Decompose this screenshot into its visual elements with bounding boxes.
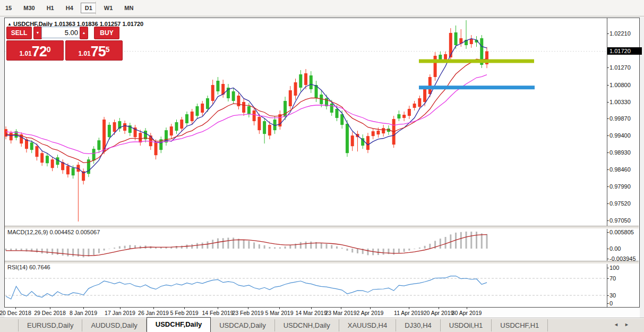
price-scale-tick [607,152,609,153]
date-tick-label: 14 Feb 2019 [202,310,234,316]
date-tick-label: 20 Apr 2019 [424,310,454,316]
buy-price-button[interactable]: 1.01 75 5 [65,40,123,61]
rsi-label: RSI(14) 60.7646 [7,264,50,270]
date-tick-mark [467,307,467,309]
price-scale-tick [607,220,609,221]
chart-tab-usdcad-daily[interactable]: USDCAD,Daily [211,319,274,331]
price-scale-label: 0.98930 [609,149,640,156]
chart-tab-audusd-daily[interactable]: AUDUSD,Daily [82,319,146,331]
price-scale-tick [607,67,609,68]
rsi-scale-label: 30 [609,292,640,299]
support-line [419,86,535,89]
price-scale-label: 0.99400 [609,132,640,139]
price-scale-label: 1.00330 [609,99,640,105]
chart-tab-usdcnh-daily[interactable]: USDCNH,Daily [275,319,339,331]
price-scale-tick [607,118,609,119]
sell-price-button[interactable]: 1.01 72 0 [6,40,64,61]
date-tick-mark [439,307,439,309]
buy-price-big: 75 [91,45,106,59]
chart-tab-usdoil-h1[interactable]: USDOil,H1 [441,319,492,331]
chart-tab-eurusd-daily[interactable]: EURUSD,Daily [18,319,82,331]
sell-price-prefix: 1.01 [19,50,31,57]
chart-tab-dj30-h4[interactable]: DJ30,H4 [396,319,441,331]
date-tick-label: 23 Feb 2019 [233,310,264,316]
volume-increase-icon[interactable]: ▲ [80,27,88,39]
date-tick-label: 2 Apr 2019 [357,310,384,316]
macd-scale-label: -0.003945 [609,256,640,262]
date-tick-mark [341,307,341,309]
chart-tabs: EURUSD,DailyAUDUSD,DailyUSDCHF,DailyUSDC… [0,318,644,332]
date-tick-label: 26 Jan 2019 [138,310,169,316]
macd-name: MACD(12,26,9) [7,229,48,235]
volume-decrease-icon[interactable]: ▼ [33,27,42,39]
tab-scroll-right-icon[interactable]: ► [624,322,629,327]
date-tick-label: 23 Mar 2019 [325,310,357,316]
buy-price-prefix: 1.01 [78,50,90,57]
macd-scale-tick [607,259,609,259]
date-tick-label: 14 Mar 2019 [296,310,327,316]
buy-price-sup: 5 [106,45,110,54]
sell-button[interactable]: SELL [6,27,32,39]
collapse-icon[interactable]: ▲ [7,22,12,27]
chart-tab-bar: EURUSD,DailyAUDUSD,DailyUSDCHF,DailyUSDC… [0,318,644,332]
price-scale-label: 1.00800 [609,82,640,88]
date-tick-label: 29 Dec 2018 [34,310,66,316]
macd-scale-label: 0.00 [609,245,640,252]
date-tick-mark [370,307,371,309]
date-tick-label: 8 Jan 2019 [70,310,97,316]
price-scale-label: 0.98460 [609,166,640,173]
volume-input[interactable] [41,27,81,38]
date-tick-mark [279,307,280,309]
chart-tab-usdchf-daily[interactable]: USDCHF,Daily [147,317,211,332]
rsi-value: 60.7646 [29,264,50,270]
price-scale-label: 0.97520 [609,200,640,207]
rsi-scale-tick [607,295,609,296]
date-tick-mark [15,307,16,309]
chart-tab-xauusd-h4[interactable]: XAUUSD,H4 [339,319,396,331]
rsi-scale-label: 0 [609,300,640,307]
chart-tab-usdchf-h1[interactable]: USDCHF,H1 [492,319,548,331]
date-tick-mark [184,307,185,309]
price-scale-tick [607,33,609,34]
price-scale-label: 0.97050 [609,217,640,224]
macd-scale-label: 0.005805 [609,229,640,235]
rsi-scale-label: 70 [609,275,640,282]
date-tick-label: 5 Mar 2019 [265,310,293,316]
rsi-name: RSI(14) [7,264,28,270]
price-scale-label: 0.97990 [609,183,640,190]
rsi-scale-tick [607,303,609,304]
rsi-pane-splitter[interactable] [5,261,639,264]
rsi-scale-label: 100 [609,265,640,271]
date-tick-mark [153,307,154,309]
date-tick-label: 17 Jan 2019 [105,310,135,316]
date-tick-label: 11 Apr 2019 [394,310,424,316]
macd-scale-tick [607,232,609,233]
date-tick-mark [120,307,121,309]
price-scale-label: 1.01270 [609,64,640,71]
date-tick-label: 5 Feb 2019 [170,310,198,316]
trading-platform-window: 15M30H1H4D1W1MN ▲ USDCHF,Daily 1.01363 1… [0,0,644,332]
current-price-value: 1.01720 [609,48,631,54]
rsi-scale-tick [607,268,609,268]
price-scale-tick [607,102,609,103]
rsi-scale-tick [607,278,609,279]
one-click-trade-panel: SELL ▼ ▲ BUY 1.01 72 0 1.01 75 5 [6,27,124,59]
price-scale-label: 1.02210 [609,30,640,37]
price-scale-tick [607,203,609,204]
buy-button[interactable]: BUY [94,27,119,39]
macd-scale-tick [607,249,609,249]
date-tick-mark [409,307,409,309]
date-tick-mark [50,307,50,309]
price-scale-label: 0.99870 [609,115,640,122]
price-scale-tick [607,135,609,136]
price-scale-tick [607,169,609,170]
sell-price-big: 72 [32,45,47,59]
sell-price-sup: 0 [47,45,51,54]
date-tick-mark [218,307,218,309]
date-tick-mark [248,307,248,309]
date-tick-mark [83,307,84,309]
tab-scroll-left-icon[interactable]: ◄ [614,322,619,327]
resistance-line [419,59,534,63]
date-tick-label: 30 Apr 2019 [452,310,482,316]
macd-label: MACD(12,26,9) 0.004452 0.005067 [7,229,100,235]
